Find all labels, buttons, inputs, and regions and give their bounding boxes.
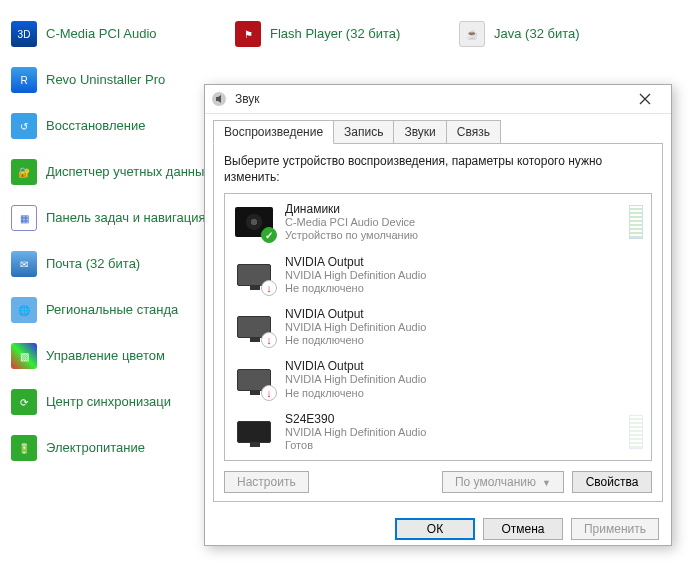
xear-3d-icon: 3D — [10, 20, 38, 48]
apply-button[interactable]: Применить — [571, 518, 659, 540]
device-driver: C-Media PCI Audio Device — [285, 216, 623, 229]
cancel-button[interactable]: Отмена — [483, 518, 563, 540]
set-default-label: По умолчанию — [455, 475, 536, 489]
tab-body: Выберите устройство воспроизведения, пар… — [213, 144, 663, 502]
sound-icon — [211, 91, 227, 107]
tab-sounds[interactable]: Звуки — [393, 120, 446, 144]
device-status: Не подключено — [285, 387, 643, 400]
region-icon: 🌐 — [10, 296, 38, 324]
device-status: Не подключено — [285, 282, 643, 295]
cp-item-java[interactable]: ☕ Java (32 бита) — [458, 20, 682, 48]
device-row[interactable]: NVIDIA Output NVIDIA High Definition Aud… — [227, 249, 649, 301]
monitor-icon — [233, 413, 275, 451]
tab-strip: Воспроизведение Запись Звуки Связь — [205, 114, 671, 144]
monitor-icon — [233, 308, 275, 346]
power-icon: 🔋 — [10, 434, 38, 462]
cp-item-label: Flash Player (32 бита) — [270, 26, 400, 42]
device-status: Устройство по умолчанию — [285, 229, 623, 242]
cp-item-label: Почта (32 бита) — [46, 256, 140, 272]
device-name: NVIDIA Output — [285, 255, 643, 269]
configure-button[interactable]: Настроить — [224, 471, 309, 493]
set-default-button[interactable]: По умолчанию▼ — [442, 471, 564, 493]
level-meter — [629, 415, 643, 449]
chevron-down-icon: ▼ — [542, 478, 551, 488]
device-name: Динамики — [285, 202, 623, 216]
close-icon — [639, 93, 651, 105]
device-row[interactable]: S24E390 NVIDIA High Definition Audio Гот… — [227, 406, 649, 458]
mail-icon: ✉ — [10, 250, 38, 278]
device-driver: NVIDIA High Definition Audio — [285, 426, 623, 439]
device-driver: NVIDIA High Definition Audio — [285, 269, 643, 282]
cp-item-label: Java (32 бита) — [494, 26, 580, 42]
device-row[interactable]: NVIDIA Output NVIDIA High Definition Aud… — [227, 353, 649, 405]
cp-item-label: Revo Uninstaller Pro — [46, 72, 165, 88]
device-row[interactable]: Динамики C-Media PCI Audio Device Устрой… — [227, 196, 649, 248]
device-driver: NVIDIA High Definition Audio — [285, 373, 643, 386]
titlebar[interactable]: Звук — [205, 85, 671, 114]
speaker-icon — [233, 203, 275, 241]
cp-item-label: Управление цветом — [46, 348, 165, 364]
cp-item-label: Центр синхронизаци — [46, 394, 171, 410]
device-name: NVIDIA Output — [285, 307, 643, 321]
device-name: NVIDIA Output — [285, 359, 643, 373]
recovery-icon: ↺ — [10, 112, 38, 140]
cp-item-label: C-Media PCI Audio — [46, 26, 157, 42]
monitor-icon — [233, 256, 275, 294]
device-list[interactable]: Динамики C-Media PCI Audio Device Устрой… — [224, 193, 652, 461]
cp-item-label: Панель задач и навигация — [46, 210, 206, 226]
device-row[interactable]: NVIDIA Output NVIDIA High Definition Aud… — [227, 301, 649, 353]
ok-button[interactable]: ОК — [395, 518, 475, 540]
revo-icon: R — [10, 66, 38, 94]
cp-item-label: Диспетчер учетных данных — [46, 164, 211, 180]
device-driver: NVIDIA High Definition Audio — [285, 321, 643, 334]
device-button-row: Настроить По умолчанию▼ Свойства — [224, 471, 652, 493]
credentials-icon: 🔐 — [10, 158, 38, 186]
monitor-icon — [233, 361, 275, 399]
tab-record[interactable]: Запись — [333, 120, 394, 144]
sync-icon: ⟳ — [10, 388, 38, 416]
tab-comm[interactable]: Связь — [446, 120, 501, 144]
level-meter — [629, 205, 643, 239]
sound-dialog: Звук Воспроизведение Запись Звуки Связь … — [204, 84, 672, 546]
disconnected-badge-icon — [261, 385, 277, 401]
cp-item-label: Региональные станда — [46, 302, 178, 318]
dialog-title: Звук — [235, 92, 625, 106]
disconnected-badge-icon — [261, 280, 277, 296]
java-icon: ☕ — [458, 20, 486, 48]
dialog-button-row: ОК Отмена Применить — [205, 510, 671, 552]
cp-item-cmedia[interactable]: 3D C-Media PCI Audio — [10, 20, 234, 48]
tab-playback[interactable]: Воспроизведение — [213, 120, 334, 144]
color-mgmt-icon: ▧ — [10, 342, 38, 370]
device-status: Не подключено — [285, 334, 643, 347]
disconnected-badge-icon — [261, 332, 277, 348]
taskbar-icon: ▦ — [10, 204, 38, 232]
cp-item-label: Электропитание — [46, 440, 145, 456]
flash-icon: ⚑ — [234, 20, 262, 48]
default-badge-icon — [261, 227, 277, 243]
close-button[interactable] — [625, 85, 665, 113]
instruction-text: Выберите устройство воспроизведения, пар… — [224, 154, 652, 185]
properties-button[interactable]: Свойства — [572, 471, 652, 493]
cp-item-label: Восстановление — [46, 118, 145, 134]
device-name: S24E390 — [285, 412, 623, 426]
cp-item-flash[interactable]: ⚑ Flash Player (32 бита) — [234, 20, 458, 48]
device-status: Готов — [285, 439, 623, 452]
